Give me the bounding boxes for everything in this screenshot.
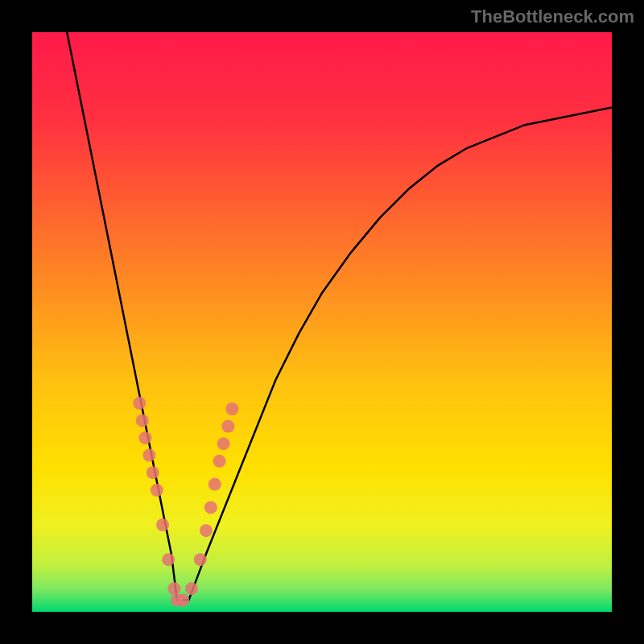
chart-container — [32, 32, 612, 612]
svg-point-4 — [142, 449, 155, 462]
svg-point-1 — [133, 397, 146, 410]
data-markers — [133, 397, 238, 607]
svg-point-11 — [176, 594, 189, 607]
svg-point-8 — [162, 553, 175, 566]
svg-point-2 — [136, 414, 149, 427]
bottleneck-chart — [32, 32, 612, 612]
svg-point-7 — [156, 518, 169, 531]
svg-point-20 — [225, 402, 238, 415]
svg-point-18 — [217, 437, 230, 450]
svg-point-17 — [213, 455, 226, 468]
curve-line — [67, 32, 612, 601]
svg-point-5 — [147, 466, 159, 479]
svg-point-13 — [194, 553, 207, 566]
svg-point-12 — [185, 582, 198, 595]
svg-point-14 — [200, 524, 213, 537]
svg-point-19 — [221, 420, 234, 433]
svg-point-15 — [204, 501, 217, 514]
svg-point-6 — [151, 484, 163, 497]
svg-point-3 — [138, 431, 151, 444]
svg-point-9 — [167, 582, 180, 595]
watermark-text: TheBottleneck.com — [471, 6, 634, 27]
svg-point-16 — [208, 478, 221, 491]
